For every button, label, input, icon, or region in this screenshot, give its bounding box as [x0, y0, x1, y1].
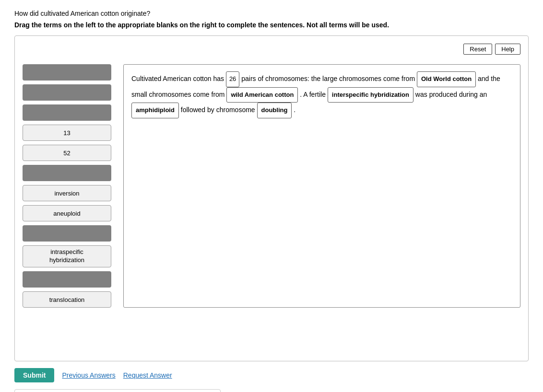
term-item-11[interactable] — [23, 271, 111, 288]
sentence-part2: pairs of chromosomes: the large chromoso… — [241, 75, 417, 82]
previous-answers-button[interactable]: Previous Answers — [62, 371, 115, 379]
term-item-6[interactable] — [23, 165, 111, 181]
request-answer-button[interactable]: Request Answer — [123, 371, 172, 379]
term-item-13[interactable]: 13 — [23, 125, 111, 141]
blank-old-world-cotton[interactable]: Old World cotton — [417, 71, 476, 87]
term-item-intraspecific[interactable]: intraspecifichybridization — [23, 245, 111, 267]
sentence-part1: Cultivated American cotton has — [131, 75, 224, 82]
blank-doubling[interactable]: doubling — [257, 103, 292, 118]
reset-button[interactable]: Reset — [463, 44, 492, 55]
content-area: 13 52 inversion aneuploid intraspecifich… — [23, 64, 520, 308]
term-item-3[interactable] — [23, 104, 111, 121]
term-item-translocation[interactable]: translocation — [23, 291, 111, 308]
blank-amphidiploid[interactable]: amphidiploid — [131, 103, 179, 118]
left-terms-panel: 13 52 inversion aneuploid intraspecifich… — [23, 64, 114, 308]
sentence-area: Cultivated American cotton has 26 pairs … — [123, 64, 520, 308]
term-item-52[interactable]: 52 — [23, 145, 111, 161]
term-item-9[interactable] — [23, 225, 111, 242]
sentence-part6: followed by chromosome — [181, 106, 255, 114]
help-button[interactable]: Help — [495, 44, 520, 55]
feedback-box: ✕ Incorrect; Try Again; 2 attempts remai… — [14, 389, 221, 392]
instructions: Drag the terms on the left to the approp… — [14, 21, 529, 29]
sentence-part4: . A fertile — [300, 91, 326, 98]
submit-button[interactable]: Submit — [14, 368, 54, 382]
blank-interspecific-hybridization[interactable]: interspecific hybridization — [328, 87, 413, 103]
term-item-aneuploid[interactable]: aneuploid — [23, 205, 111, 221]
term-item-1[interactable] — [23, 64, 111, 81]
blank-26[interactable]: 26 — [226, 71, 239, 87]
top-button-group: Reset Help — [23, 44, 520, 55]
main-content-box: Reset Help 13 52 inversion aneuploid int… — [14, 35, 529, 361]
term-item-2[interactable] — [23, 84, 111, 101]
term-item-inversion[interactable]: inversion — [23, 185, 111, 201]
sentence-part7: . — [294, 106, 295, 114]
sentence-part5: was produced during an — [415, 91, 487, 98]
blank-wild-american-cotton[interactable]: wild American cotton — [226, 87, 298, 103]
bottom-bar: Submit Previous Answers Request Answer — [14, 368, 529, 382]
question-title: How did cultivated American cotton origi… — [14, 10, 529, 17]
